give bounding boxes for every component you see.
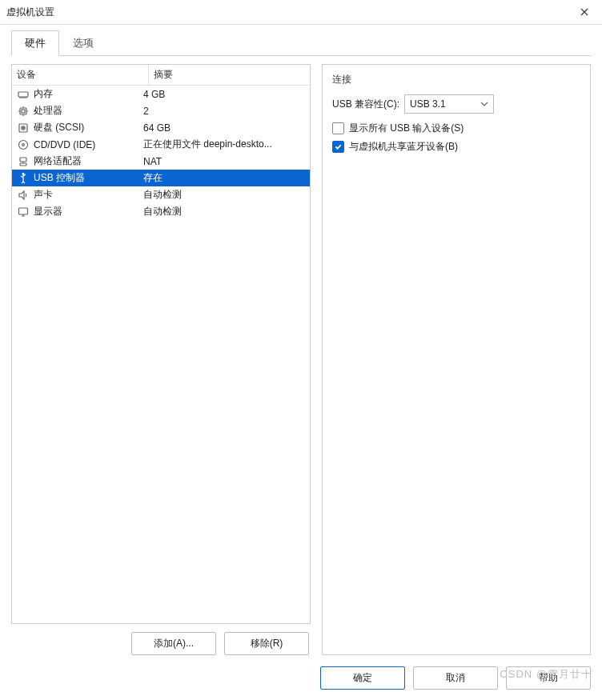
close-icon: [580, 8, 588, 16]
close-button[interactable]: [572, 3, 597, 21]
device-row[interactable]: 内存4 GB: [12, 86, 310, 102]
display-icon: [17, 206, 30, 218]
device-row[interactable]: 硬盘 (SCSI)64 GB: [12, 119, 310, 136]
help-button[interactable]: 帮助: [506, 666, 591, 690]
device-summary: 64 GB: [138, 121, 310, 135]
tab-hardware[interactable]: 硬件: [11, 30, 59, 56]
device-summary: 自动检测: [138, 186, 310, 203]
cd-icon: [17, 138, 30, 151]
device-row[interactable]: 网络适配器NAT: [12, 153, 310, 170]
titlebar: 虚拟机设置: [0, 0, 602, 25]
device-name: 处理器: [34, 104, 62, 118]
svg-rect-0: [18, 92, 28, 97]
chevron-down-icon: [480, 100, 488, 108]
device-name: 显示器: [34, 205, 62, 218]
usb-compat-select[interactable]: USB 3.1: [404, 94, 494, 114]
usb-compat-label: USB 兼容性(C):: [332, 98, 399, 111]
device-summary: 自动检测: [138, 203, 310, 220]
col-header-device[interactable]: 设备: [12, 65, 149, 85]
device-summary: 正在使用文件 deepin-deskto...: [138, 136, 310, 153]
ok-button[interactable]: 确定: [320, 666, 405, 690]
dialog-footer: 确定 取消 帮助: [11, 655, 591, 690]
svg-rect-9: [20, 163, 26, 166]
device-name: 声卡: [34, 188, 53, 202]
device-list-header: 设备 摘要: [12, 65, 310, 86]
usb-compat-value: USB 3.1: [410, 98, 446, 110]
device-name: 网络适配器: [34, 154, 82, 168]
device-row[interactable]: 显示器自动检测: [12, 203, 310, 220]
usb-icon: [17, 172, 30, 185]
checkbox-share-bluetooth[interactable]: 与虚拟机共享蓝牙设备(B): [332, 140, 580, 154]
device-row[interactable]: 声卡自动检测: [12, 186, 310, 203]
device-summary: 2: [138, 104, 310, 118]
checkbox-icon: [332, 122, 344, 134]
svg-rect-8: [20, 158, 26, 162]
tab-options[interactable]: 选项: [59, 30, 107, 56]
device-name: USB 控制器: [34, 171, 85, 185]
memory-icon: [17, 88, 30, 101]
group-title-connection: 连接: [332, 73, 580, 86]
svg-point-10: [22, 173, 24, 174]
device-summary: NAT: [138, 154, 310, 169]
device-name: 硬盘 (SCSI): [34, 121, 84, 134]
device-name: CD/DVD (IDE): [34, 139, 95, 150]
device-row[interactable]: 处理器2: [12, 102, 310, 119]
cancel-button[interactable]: 取消: [413, 666, 498, 690]
sound-icon: [17, 189, 30, 202]
device-row[interactable]: USB 控制器存在: [12, 170, 310, 186]
device-summary: 存在: [138, 170, 310, 186]
svg-rect-2: [22, 110, 25, 113]
cpu-icon: [17, 105, 30, 118]
remove-button[interactable]: 移除(R): [224, 632, 309, 655]
disk-icon: [17, 122, 30, 134]
svg-point-5: [22, 127, 23, 128]
device-row[interactable]: CD/DVD (IDE)正在使用文件 deepin-deskto...: [12, 136, 310, 153]
checkbox-label: 显示所有 USB 输入设备(S): [349, 122, 464, 135]
add-button[interactable]: 添加(A)...: [131, 632, 216, 655]
svg-point-6: [19, 140, 28, 149]
svg-rect-1: [20, 108, 26, 114]
checkbox-icon: [332, 141, 344, 153]
device-summary: 4 GB: [138, 87, 310, 102]
window-title: 虚拟机设置: [6, 6, 54, 19]
checkbox-label: 与虚拟机共享蓝牙设备(B): [349, 140, 458, 154]
network-icon: [17, 155, 30, 168]
checkbox-show-all-usb[interactable]: 显示所有 USB 输入设备(S): [332, 122, 580, 135]
svg-point-7: [22, 143, 25, 146]
device-list: 设备 摘要 内存4 GB处理器2硬盘 (SCSI)64 GBCD/DVD (ID…: [11, 64, 311, 624]
device-name: 内存: [34, 87, 53, 101]
tab-bar: 硬件 选项: [11, 30, 591, 56]
left-column: 设备 摘要 内存4 GB处理器2硬盘 (SCSI)64 GBCD/DVD (ID…: [11, 64, 311, 655]
svg-rect-11: [19, 208, 28, 214]
right-panel: 连接 USB 兼容性(C): USB 3.1 显示所有 USB 输入设备(S) …: [322, 64, 591, 655]
col-header-summary[interactable]: 摘要: [149, 65, 310, 85]
